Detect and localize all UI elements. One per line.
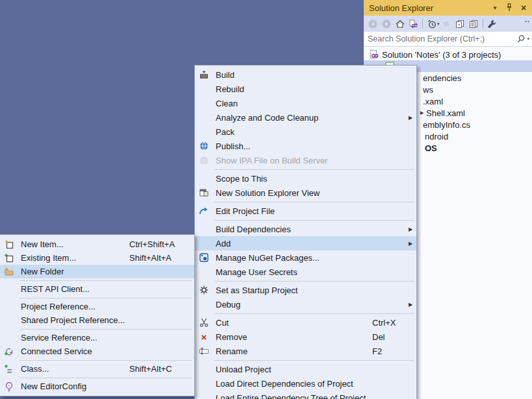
menu-item-new-folder[interactable]: New Folder (0, 265, 194, 278)
menu-item-label: Unload Project (213, 365, 372, 374)
home-icon (395, 19, 405, 29)
menu-item-label: Cut (213, 318, 372, 328)
menu-item-label: Clean (213, 99, 372, 108)
menu-item-new-editorconfig[interactable]: New EditorConfig (0, 380, 194, 393)
nuget-icon (195, 252, 213, 263)
menu-separator (19, 378, 192, 378)
close-button[interactable]: × (518, 3, 529, 13)
add-submenu: New Item...Ctrl+Shift+AExisting Item...S… (0, 234, 195, 396)
menu-item-analyze-and-code-cleanup[interactable]: Analyze and Code Cleanup▶ (195, 110, 416, 125)
menu-item-project-reference[interactable]: Project Reference... (0, 300, 194, 313)
menu-item-load-entire-dependency-tree-of-project[interactable]: Load Entire Dependency Tree of Project (195, 391, 416, 399)
menu-item-shortcut: F2 (372, 346, 409, 356)
menu-item-new-item[interactable]: New Item...Ctrl+Shift+A (0, 237, 194, 251)
menu-item-label: Set as Startup Project (213, 285, 372, 295)
menu-item-service-reference[interactable]: Service Reference... (0, 331, 194, 345)
sync-with-active-document-icon (409, 19, 419, 29)
panel-title: Solution Explorer (369, 3, 490, 13)
menu-item-manage-nuget-packages[interactable]: Manage NuGet Packages... (195, 250, 416, 265)
solution-explorer-toolbar: ▾.. (364, 16, 532, 32)
menu-item-shared-project-reference[interactable]: Shared Project Reference... (0, 313, 194, 327)
menu-item-build[interactable]: Build (195, 67, 416, 82)
home-button[interactable] (393, 17, 407, 30)
menu-item-rest-api-client[interactable]: REST API Client... (0, 282, 194, 296)
menu-item-rebuild[interactable]: Rebuild (195, 82, 416, 96)
menu-item-clean[interactable]: Clean (195, 96, 416, 110)
gear-icon (195, 285, 213, 295)
tree-item-label: Solution 'Notes' (3 of 3 projects) (382, 50, 501, 60)
solution-explorer-titlebar[interactable]: Solution Explorer ▼× (364, 0, 532, 16)
menu-item-label: Class... (18, 364, 129, 374)
menu-item-shortcut: Shift+Alt+C (129, 364, 186, 374)
refresh-button[interactable] (440, 17, 453, 30)
menu-separator (214, 220, 414, 221)
class-icon (0, 364, 18, 374)
new-folder-icon (0, 267, 18, 277)
tree-expander-icon[interactable]: ▶ (420, 110, 425, 115)
menu-item-label: New Solution Explorer View (213, 188, 372, 198)
tree-item-label: ws (423, 85, 433, 95)
pending-changes-filter-button[interactable] (425, 17, 438, 30)
tree-item-label: .xaml (423, 97, 443, 106)
collapse-all-icon (455, 19, 465, 29)
menu-item-label: Shared Project Reference... (18, 315, 129, 325)
menu-item-cut[interactable]: CutCtrl+X (195, 315, 416, 330)
tree-item-solution-notes-3-of-3-projects[interactable]: Solution 'Notes' (3 of 3 projects) (364, 49, 532, 60)
search-icon[interactable] (516, 34, 526, 44)
tree-item-label: Shell.xaml (426, 108, 465, 118)
search-options-chevron-icon[interactable]: ▾ (527, 36, 529, 42)
menu-separator (214, 313, 414, 314)
menu-item-scope-to-this[interactable]: Scope to This (195, 171, 416, 186)
menu-item-edit-project-file[interactable]: Edit Project File (195, 204, 416, 218)
menu-item-label: Pack (213, 127, 372, 137)
tree-item-label: emblyInfo.cs (423, 120, 470, 130)
menu-item-connected-service[interactable]: Connected Service (0, 345, 194, 358)
menu-item-label: Publish... (213, 141, 372, 151)
show-all-files-button[interactable] (467, 17, 481, 30)
menu-item-manage-user-secrets[interactable]: Manage User Secrets (195, 265, 416, 279)
connected-service-icon (0, 346, 18, 357)
pin-button[interactable] (504, 3, 514, 13)
menu-separator (19, 329, 192, 330)
search-input[interactable] (364, 34, 516, 43)
menu-item-unload-project[interactable]: Unload Project (195, 362, 416, 376)
menu-item-load-direct-dependencies-of-project[interactable]: Load Direct Dependencies of Project (195, 376, 416, 391)
menu-item-label: Show IPA File on Build Server (213, 156, 372, 165)
menu-item-existing-item[interactable]: Existing Item...Shift+Alt+A (0, 251, 194, 265)
forward-icon (381, 19, 392, 29)
edit-project-icon (195, 206, 213, 216)
toolbar-separator (483, 19, 483, 29)
chevron-down-icon: ▼ (492, 5, 498, 11)
menu-item-pack[interactable]: Pack (195, 125, 416, 139)
menu-item-publish[interactable]: Publish... (195, 139, 416, 153)
chevron-down-button[interactable]: ▼ (490, 3, 500, 13)
toolbar-separator (422, 19, 423, 29)
menu-item-set-as-startup-project[interactable]: Set as Startup Project (195, 283, 416, 297)
menu-item-label: Build Dependencies (213, 224, 372, 234)
menu-item-build-dependencies[interactable]: Build Dependencies▶ (195, 222, 416, 236)
existing-item-icon (0, 253, 18, 263)
menu-item-shortcut: Shift+Alt+A (129, 253, 186, 263)
menu-item-rename[interactable]: RenameF2 (195, 344, 416, 358)
sync-with-active-document-button[interactable] (407, 17, 420, 30)
menu-item-new-solution-explorer-view[interactable]: New Solution Explorer View (195, 186, 416, 200)
editorconfig-icon (0, 381, 18, 392)
properties-wrench-button[interactable] (485, 17, 499, 30)
menu-item-add[interactable]: Add▶ (195, 236, 416, 250)
back-button[interactable] (366, 17, 379, 30)
tree-item-label: endencies (423, 73, 461, 83)
menu-item-debug[interactable]: Debug▶ (195, 297, 416, 311)
project-context-menu: BuildRebuildCleanAnalyze and Code Cleanu… (194, 65, 417, 399)
toolbar-overflow-button[interactable]: .. (525, 16, 530, 23)
cut-icon (195, 317, 213, 328)
forward-button[interactable] (379, 17, 393, 30)
collapse-all-button[interactable] (453, 17, 467, 30)
menu-item-class[interactable]: Class...Shift+Alt+C (0, 362, 194, 376)
menu-item-label: New EditorConfig (18, 381, 129, 391)
menu-item-show-ipa-file-on-build-server[interactable]: Show IPA File on Build Server (195, 153, 416, 167)
menu-item-shortcut: Del (372, 332, 409, 342)
properties-wrench-icon (487, 19, 497, 29)
menu-item-remove[interactable]: ×RemoveDel (195, 330, 416, 344)
menu-item-label: Connected Service (18, 346, 129, 356)
menu-item-label: Build (213, 70, 372, 80)
